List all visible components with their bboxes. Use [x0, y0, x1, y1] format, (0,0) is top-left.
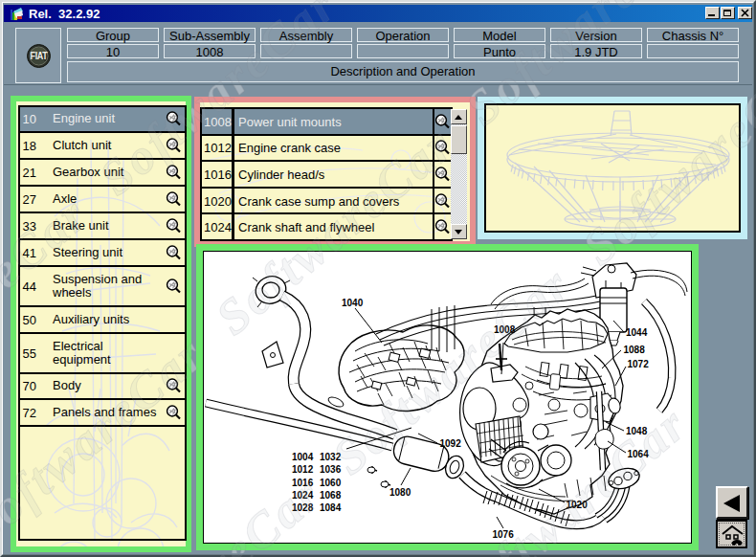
- svg-text:1032: 1032: [320, 452, 342, 462]
- svg-text:1084: 1084: [320, 502, 342, 513]
- svg-text:1068: 1068: [320, 490, 342, 501]
- svg-text:1064: 1064: [628, 449, 650, 459]
- svg-text:1080: 1080: [389, 487, 411, 498]
- svg-text:1088: 1088: [624, 345, 646, 355]
- svg-text:1004: 1004: [292, 452, 314, 462]
- svg-text:1092: 1092: [440, 438, 462, 449]
- svg-text:1048: 1048: [626, 426, 648, 436]
- svg-text:1008: 1008: [494, 324, 516, 335]
- svg-text:1044: 1044: [626, 327, 648, 338]
- svg-text:1028: 1028: [292, 502, 314, 513]
- svg-text:1076: 1076: [493, 529, 515, 540]
- svg-text:1060: 1060: [320, 478, 342, 488]
- svg-text:1072: 1072: [628, 359, 650, 369]
- svg-text:1036: 1036: [320, 464, 342, 475]
- svg-text:1040: 1040: [342, 298, 364, 308]
- svg-text:1024: 1024: [292, 490, 314, 501]
- svg-text:FIAT: FIAT: [31, 51, 49, 62]
- svg-text:1012: 1012: [292, 464, 314, 475]
- svg-text:1016: 1016: [292, 478, 314, 488]
- svg-text:1020: 1020: [567, 500, 589, 510]
